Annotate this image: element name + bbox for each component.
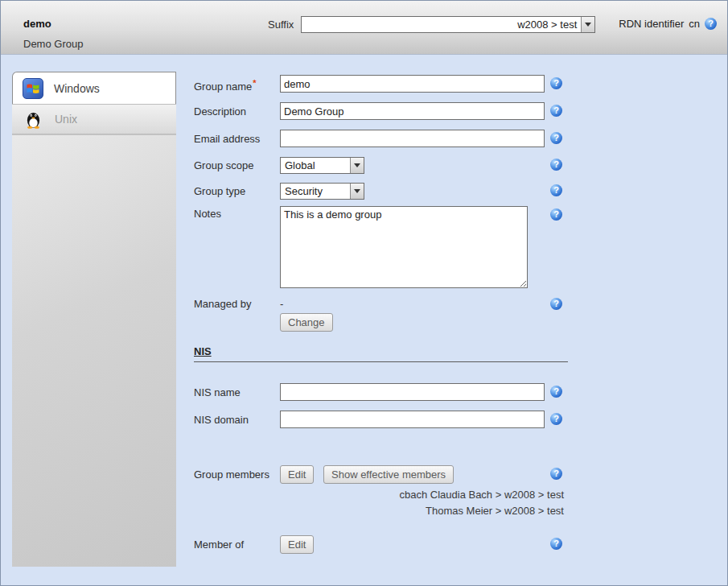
help-icon-group-members[interactable]: ?	[550, 468, 562, 480]
nis-domain-input[interactable]	[280, 411, 545, 428]
nis-section-heading: NIS	[194, 345, 568, 362]
sidebar: Windows Unix	[12, 72, 176, 567]
chevron-down-icon	[350, 158, 364, 173]
sidebar-panel	[12, 134, 176, 567]
help-icon-member-of[interactable]: ?	[550, 538, 562, 550]
group-scope-select[interactable]: Global	[280, 157, 364, 174]
group-type-label: Group type	[194, 185, 245, 197]
rdn-identifier-label: RDN identifier	[619, 18, 684, 30]
group-name-input[interactable]	[280, 75, 545, 93]
tab-unix[interactable]: Unix	[12, 104, 176, 134]
tab-windows[interactable]: Windows	[12, 72, 176, 104]
help-icon-email[interactable]: ?	[550, 132, 562, 144]
email-input[interactable]	[280, 130, 545, 147]
notes-label: Notes	[194, 208, 221, 220]
member-of-label: Member of	[194, 539, 244, 551]
group-members-list: cbach Claudia Bach > w2008 > test Thomas…	[242, 487, 564, 519]
help-icon-group-scope[interactable]: ?	[550, 159, 562, 171]
group-type-value: Security	[281, 185, 350, 197]
managed-by-label: Managed by	[194, 298, 252, 310]
rdn-identifier-group: RDN identifier cn ?	[619, 18, 717, 30]
help-icon-description[interactable]: ?	[550, 105, 562, 117]
page-subtitle: Demo Group	[23, 38, 83, 50]
email-label: Email address	[194, 133, 260, 145]
change-button[interactable]: Change	[280, 313, 333, 332]
tab-windows-label: Windows	[54, 82, 100, 95]
suffix-select[interactable]: w2008 > test	[301, 16, 595, 33]
nis-domain-label: NIS domain	[194, 414, 249, 426]
help-icon-notes[interactable]: ?	[550, 208, 562, 221]
description-input[interactable]	[280, 102, 545, 120]
suffix-label: Suffix	[268, 19, 294, 31]
group-edit-window: demo Demo Group Suffix w2008 > test RDN …	[0, 0, 728, 586]
group-member-item: Thomas Meier > w2008 > test	[242, 503, 564, 519]
group-members-edit-button[interactable]: Edit	[280, 465, 314, 484]
required-marker: *	[253, 78, 256, 88]
help-icon-managed-by[interactable]: ?	[550, 298, 562, 310]
chevron-down-icon	[581, 17, 594, 32]
help-icon-nis-name[interactable]: ?	[550, 386, 562, 398]
help-icon-group-type[interactable]: ?	[550, 184, 562, 196]
tab-unix-label: Unix	[55, 113, 77, 126]
group-scope-label: Group scope	[194, 159, 253, 171]
rdn-identifier-value: cn	[689, 18, 700, 30]
group-members-label: Group members	[194, 468, 269, 481]
suffix-group: Suffix w2008 > test	[268, 16, 595, 33]
nis-name-label: NIS name	[194, 386, 241, 398]
notes-textarea[interactable]: This is a demo group	[280, 206, 528, 288]
tux-icon	[22, 108, 44, 130]
member-of-edit-button[interactable]: Edit	[280, 535, 314, 554]
help-icon-rdn[interactable]: ?	[705, 18, 717, 30]
group-member-item: cbach Claudia Bach > w2008 > test	[242, 487, 564, 503]
chevron-down-icon	[350, 184, 364, 199]
help-icon-nis-domain[interactable]: ?	[550, 413, 562, 425]
suffix-select-value: w2008 > test	[302, 19, 581, 31]
group-name-label: Group name*	[194, 78, 257, 93]
nis-name-input[interactable]	[280, 383, 545, 401]
windows-logo-icon	[23, 78, 43, 99]
group-type-select[interactable]: Security	[280, 183, 364, 200]
header: demo Demo Group Suffix w2008 > test RDN …	[1, 1, 727, 55]
show-effective-members-button[interactable]: Show effective members	[323, 465, 454, 484]
group-scope-value: Global	[281, 159, 350, 171]
description-label: Description	[194, 105, 246, 118]
help-icon-group-name[interactable]: ?	[550, 77, 562, 89]
page-title: demo	[23, 18, 51, 30]
managed-by-value: -	[280, 298, 283, 310]
